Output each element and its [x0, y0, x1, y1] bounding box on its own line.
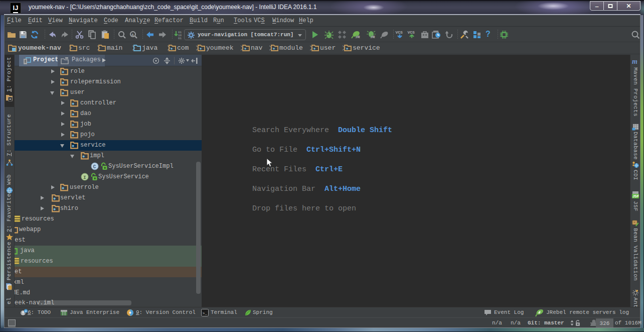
svg-text:VCS: VCS [396, 30, 403, 35]
svg-text:JSF: JSF [632, 194, 639, 198]
svg-text:e: e [25, 309, 27, 313]
svg-text:A: A [131, 33, 134, 37]
svg-text:01: 01 [178, 37, 182, 39]
svg-text:VCS: VCS [408, 30, 415, 35]
svg-text:>_: >_ [203, 311, 208, 315]
svg-text:JR: JR [370, 35, 375, 39]
svg-text:JR: JR [355, 35, 360, 39]
